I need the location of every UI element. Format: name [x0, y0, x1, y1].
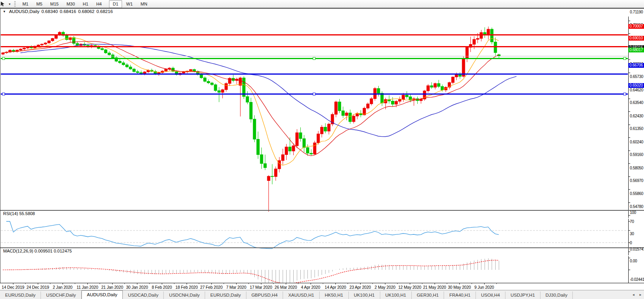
date-tick	[87, 283, 88, 284]
price-axis-tick: 0.58050	[630, 166, 644, 171]
timeframe-button-h4[interactable]: H4	[93, 0, 105, 8]
date-tick-minor	[348, 283, 348, 284]
toolbar-grip-handle[interactable]	[14, 1, 16, 7]
chart-tab-usdjpy-h1[interactable]: USDJPY,H1	[505, 292, 540, 299]
chart-tab-usdchf-daily[interactable]: USDCHF,Daily	[41, 292, 81, 299]
chart-tab-ger30-h1[interactable]: GER30,H1	[412, 292, 444, 299]
date-tick-minor	[199, 283, 199, 284]
crosshair-tool-icon-svg	[0, 1, 6, 7]
panel-separator[interactable]	[0, 247, 644, 248]
crosshair-tool-icon[interactable]	[1, 1, 8, 7]
timeframe-button-mn[interactable]: MN	[137, 0, 151, 8]
timeframe-button-m15[interactable]: M15	[47, 0, 62, 8]
date-label: 2 Jan 2020	[49, 285, 76, 290]
price-axis-tick: 0.65730	[630, 74, 644, 79]
chart-tab-uk100-h1[interactable]: UK100,H1	[380, 292, 412, 299]
date-tick-minor	[472, 283, 472, 284]
date-label: 9 Jun 2020	[470, 285, 498, 290]
date-tick	[459, 283, 460, 284]
chart-tab-dj30-daily[interactable]: DJ30,Daily	[540, 292, 573, 299]
date-label: 21 Jan 2020	[98, 285, 126, 290]
chart-tab-eurusd-daily[interactable]: EURUSD,Daily	[205, 292, 246, 299]
timeframe-button-m30[interactable]: M30	[63, 0, 78, 8]
date-label: 30 Jan 2020	[123, 285, 151, 290]
support-line-blue-2-handle[interactable]	[624, 93, 626, 95]
date-label: 17 Mar 2020	[247, 285, 275, 290]
chart-tab-eurusd-daily[interactable]: EURUSD,Daily	[0, 292, 41, 299]
date-label: 24 Dec 2019	[24, 285, 52, 290]
collapse-chart-icon[interactable]: ▼	[3, 10, 6, 13]
chart-symbol-title: AUDUSD,Daily	[9, 9, 39, 14]
chart-tab-usoil-h4[interactable]: USOil,H4	[476, 292, 505, 299]
timeframe-button-d1[interactable]: D1	[109, 0, 122, 8]
rsi-indicator-chart[interactable]	[0, 219, 644, 255]
date-tick	[335, 283, 336, 284]
tool-dropdown-caret-icon[interactable]: ▼	[8, 3, 11, 6]
date-label: 26 Mar 2020	[272, 285, 300, 290]
candlesticks	[2, 26, 500, 212]
date-tick-minor	[447, 283, 447, 284]
rsi-name: RSI(14)	[3, 211, 18, 216]
ohlc-high: 0.68416	[60, 9, 76, 14]
date-label: 7 Mar 2020	[222, 285, 250, 290]
chart-tab-gbpusd-h4[interactable]: GBPUSD,H4	[246, 292, 283, 299]
trading-platform-window: ▼ M1M5M15M30H1H4D1W1MN ▼ AUDUSD,Daily 0.…	[0, 0, 644, 299]
date-label: 8 Feb 2020	[148, 285, 176, 290]
rsi-current-value: 55.5808	[19, 211, 35, 216]
chart-tab-usdcnh-daily[interactable]: USDCNH,Daily	[164, 292, 205, 299]
timeframe-button-m5[interactable]: M5	[33, 0, 46, 8]
date-label: 14 Dec 2019	[0, 285, 27, 290]
rsi-axis-tick: 100	[630, 210, 644, 215]
rsi-axis-tick: 30	[630, 232, 644, 236]
ohlc-low: 0.68062	[78, 9, 94, 14]
date-tick	[385, 283, 385, 284]
chart-tab-xauusd-h1[interactable]: XAUUSD,H1	[283, 292, 320, 299]
date-tick	[435, 283, 435, 284]
timeframe-button-h1[interactable]: H1	[79, 0, 92, 8]
price-axis-tick: 0.59160	[630, 152, 644, 157]
main-price-chart[interactable]	[0, 17, 644, 218]
support-line-green-handle[interactable]	[313, 58, 315, 60]
price-axis-tick: 0.55860	[630, 191, 644, 196]
timeframe-toolbar: ▼ M1M5M15M30H1H4D1W1MN	[0, 0, 644, 8]
date-tick	[137, 283, 137, 284]
date-label: 4 Apr 2020	[297, 285, 324, 290]
support-line-blue-2-handle[interactable]	[2, 93, 5, 95]
price-axis-tick: 0.61350	[630, 126, 644, 131]
price-tag-support-line-green: 0.68017	[628, 48, 644, 52]
chart-tab-hk50-h1[interactable]: HK50,H1	[320, 292, 349, 299]
date-label: 27 Feb 2020	[198, 285, 225, 290]
date-label: 11 Jan 2020	[74, 285, 101, 290]
scroll-tabs-right-button[interactable]: ►	[637, 291, 644, 299]
date-tick	[112, 283, 113, 284]
support-line-green-handle[interactable]	[624, 58, 626, 60]
support-line-green-handle[interactable]	[2, 58, 5, 60]
panel-separator[interactable]	[0, 210, 644, 211]
date-tick	[211, 283, 212, 284]
chart-tab-uk100-h1[interactable]: UK100,H1	[349, 292, 380, 299]
price-axis-tick: 0.54780	[630, 204, 644, 209]
date-tick	[261, 283, 261, 284]
chart-tab-usdcad-daily[interactable]: USDCAD,Daily	[123, 292, 164, 299]
chart-tab-audusd-daily[interactable]: AUDUSD,Daily	[81, 290, 123, 299]
date-tick-minor	[323, 283, 323, 284]
timeframe-button-w1[interactable]: W1	[123, 0, 137, 8]
price-axis-tick: 0.71190	[630, 10, 644, 15]
price-tag-resistance-line-1: 0.70007	[628, 24, 644, 29]
price-axis-tick: 0.63540	[630, 100, 644, 105]
date-tick	[311, 283, 311, 284]
price-tag-resistance-line-2: 0.69010	[628, 36, 644, 41]
macd-axis-tick: 0.00	[630, 259, 644, 264]
macd-label: MACD(12,26,9) 0.009501 0.012475	[3, 249, 72, 253]
scroll-tabs-left-button[interactable]: ◄	[630, 291, 637, 299]
chart-tab-fra40-h1[interactable]: FRA40,H1	[444, 292, 476, 299]
macd-axis-tick: 0.015741	[630, 247, 644, 252]
rsi-line	[6, 221, 499, 249]
date-tick-minor	[298, 283, 298, 284]
date-tick-minor	[422, 283, 422, 284]
date-tick	[13, 283, 13, 284]
date-tick-minor	[124, 283, 125, 284]
timeframe-button-m1[interactable]: M1	[19, 0, 32, 8]
macd-axis-tick: -0.02441	[630, 277, 644, 282]
support-line-blue-2-handle[interactable]	[313, 93, 315, 95]
